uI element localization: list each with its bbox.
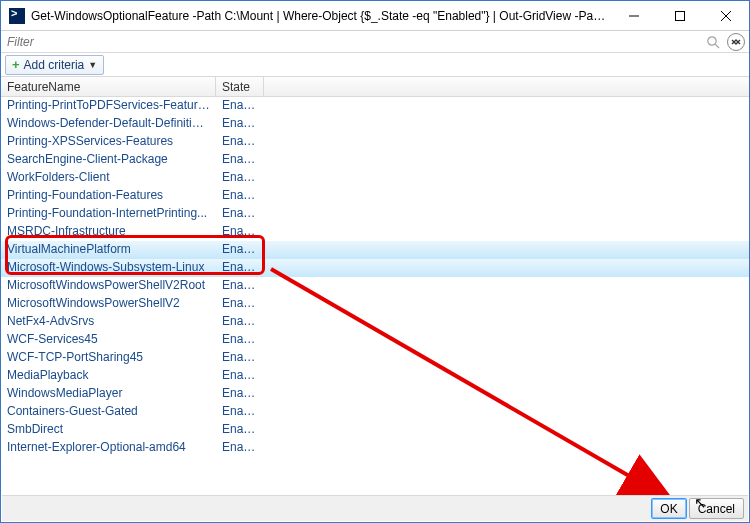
table-row[interactable]: NetFx4-AdvSrvsEnabled xyxy=(1,313,749,331)
close-icon xyxy=(721,11,731,21)
cell-state: Enabled xyxy=(216,187,264,205)
cell-featurename: MicrosoftWindowsPowerShellV2Root xyxy=(1,277,216,295)
table-row[interactable]: Windows-Defender-Default-DefinitionsEnab… xyxy=(1,115,749,133)
cell-featurename: Printing-PrintToPDFServices-Features xyxy=(1,97,216,115)
cell-featurename: MicrosoftWindowsPowerShellV2 xyxy=(1,295,216,313)
column-header-state[interactable]: State xyxy=(216,77,264,96)
table-row[interactable]: WCF-TCP-PortSharing45Enabled xyxy=(1,349,749,367)
cell-state: Enabled xyxy=(216,385,264,403)
cell-state: Enabled xyxy=(216,367,264,385)
grid: FeatureName State Printing-PrintToPDFSer… xyxy=(1,77,749,457)
table-row[interactable]: Printing-Foundation-FeaturesEnabled xyxy=(1,187,749,205)
cell-spacer xyxy=(264,331,749,349)
cell-state: Enabled xyxy=(216,421,264,439)
cell-state: Enabled xyxy=(216,205,264,223)
cell-featurename: SmbDirect xyxy=(1,421,216,439)
table-row[interactable]: MSRDC-InfrastructureEnabled xyxy=(1,223,749,241)
cell-featurename: VirtualMachinePlatform xyxy=(1,241,216,259)
cell-spacer xyxy=(264,367,749,385)
cell-state: Enabled xyxy=(216,439,264,457)
add-criteria-button[interactable]: + Add criteria ▼ xyxy=(5,55,104,75)
cell-featurename: NetFx4-AdvSrvs xyxy=(1,313,216,331)
cell-featurename: WindowsMediaPlayer xyxy=(1,385,216,403)
svg-point-1 xyxy=(708,36,716,44)
chevron-down-icon: ▼ xyxy=(88,60,97,70)
cell-featurename: Printing-Foundation-InternetPrinting... xyxy=(1,205,216,223)
cell-featurename: Microsoft-Windows-Subsystem-Linux xyxy=(1,259,216,277)
table-row[interactable]: Printing-PrintToPDFServices-FeaturesEnab… xyxy=(1,97,749,115)
cell-spacer xyxy=(264,97,749,115)
cancel-button[interactable]: Cancel xyxy=(689,498,744,519)
table-row[interactable]: SmbDirectEnabled xyxy=(1,421,749,439)
cell-state: Enabled xyxy=(216,313,264,331)
table-row[interactable]: VirtualMachinePlatformEnabled xyxy=(1,241,749,259)
close-button[interactable] xyxy=(703,1,749,30)
table-row[interactable]: MediaPlaybackEnabled xyxy=(1,367,749,385)
cell-featurename: SearchEngine-Client-Package xyxy=(1,151,216,169)
grid-body: Printing-PrintToPDFServices-FeaturesEnab… xyxy=(1,97,749,457)
cell-featurename: Containers-Guest-Gated xyxy=(1,403,216,421)
cell-featurename: MediaPlayback xyxy=(1,367,216,385)
table-row[interactable]: WCF-Services45Enabled xyxy=(1,331,749,349)
search-icon[interactable] xyxy=(705,34,721,50)
cell-spacer xyxy=(264,205,749,223)
cell-featurename: WCF-Services45 xyxy=(1,331,216,349)
cell-spacer xyxy=(264,259,749,277)
cell-spacer xyxy=(264,241,749,259)
powershell-icon xyxy=(9,8,25,24)
dialog-footer: OK Cancel xyxy=(2,495,748,521)
cell-featurename: WorkFolders-Client xyxy=(1,169,216,187)
cell-featurename: Internet-Explorer-Optional-amd64 xyxy=(1,439,216,457)
cell-spacer xyxy=(264,133,749,151)
cell-state: Enabled xyxy=(216,169,264,187)
cell-spacer xyxy=(264,187,749,205)
plus-icon: + xyxy=(12,58,20,71)
window-controls xyxy=(611,1,749,30)
cell-spacer xyxy=(264,313,749,331)
maximize-button[interactable] xyxy=(657,1,703,30)
cell-state: Enabled xyxy=(216,97,264,115)
out-gridview-window: Get-WindowsOptionalFeature -Path C:\Moun… xyxy=(0,0,750,523)
filter-input[interactable] xyxy=(5,33,701,51)
table-row[interactable]: MicrosoftWindowsPowerShellV2Enabled xyxy=(1,295,749,313)
cell-spacer xyxy=(264,421,749,439)
minimize-button[interactable] xyxy=(611,1,657,30)
table-row[interactable]: Printing-Foundation-InternetPrinting...E… xyxy=(1,205,749,223)
cell-spacer xyxy=(264,115,749,133)
column-header-featurename[interactable]: FeatureName xyxy=(1,77,216,96)
cell-spacer xyxy=(264,151,749,169)
cell-spacer xyxy=(264,169,749,187)
table-row[interactable]: Printing-XPSServices-FeaturesEnabled xyxy=(1,133,749,151)
cell-state: Enabled xyxy=(216,151,264,169)
cell-spacer xyxy=(264,385,749,403)
cell-state: Enabled xyxy=(216,223,264,241)
table-row[interactable]: WorkFolders-ClientEnabled xyxy=(1,169,749,187)
filter-bar xyxy=(1,31,749,53)
cell-spacer xyxy=(264,277,749,295)
table-row[interactable]: Internet-Explorer-Optional-amd64Enabled xyxy=(1,439,749,457)
table-row[interactable]: Microsoft-Windows-Subsystem-LinuxEnabled xyxy=(1,259,749,277)
add-criteria-label: Add criteria xyxy=(24,58,85,72)
cell-state: Enabled xyxy=(216,403,264,421)
table-row[interactable]: WindowsMediaPlayerEnabled xyxy=(1,385,749,403)
column-header-spacer xyxy=(264,77,749,96)
cell-state: Enabled xyxy=(216,295,264,313)
svg-rect-0 xyxy=(676,11,685,20)
ok-button[interactable]: OK xyxy=(651,498,686,519)
expand-toggle-icon[interactable] xyxy=(727,33,745,51)
table-row[interactable]: MicrosoftWindowsPowerShellV2RootEnabled xyxy=(1,277,749,295)
cell-featurename: Windows-Defender-Default-Definitions xyxy=(1,115,216,133)
cell-state: Enabled xyxy=(216,133,264,151)
cell-spacer xyxy=(264,439,749,457)
cell-featurename: Printing-XPSServices-Features xyxy=(1,133,216,151)
cell-state: Enabled xyxy=(216,331,264,349)
cell-featurename: WCF-TCP-PortSharing45 xyxy=(1,349,216,367)
cell-spacer xyxy=(264,295,749,313)
cell-featurename: MSRDC-Infrastructure xyxy=(1,223,216,241)
table-row[interactable]: SearchEngine-Client-PackageEnabled xyxy=(1,151,749,169)
cell-featurename: Printing-Foundation-Features xyxy=(1,187,216,205)
window-title: Get-WindowsOptionalFeature -Path C:\Moun… xyxy=(31,9,611,23)
cell-state: Enabled xyxy=(216,349,264,367)
table-row[interactable]: Containers-Guest-GatedEnabled xyxy=(1,403,749,421)
criteria-bar: + Add criteria ▼ xyxy=(1,53,749,77)
